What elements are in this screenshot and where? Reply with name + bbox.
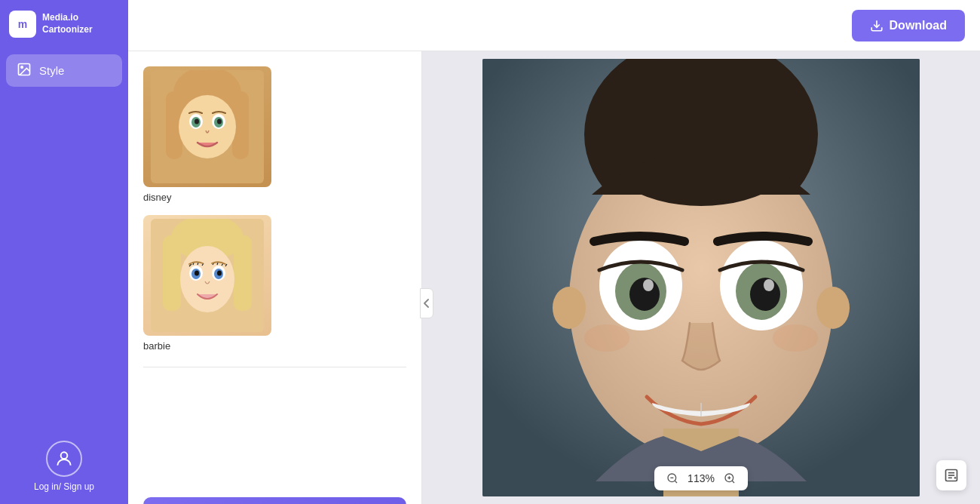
barbie-thumbnail[interactable] bbox=[143, 215, 271, 336]
zoom-in-icon bbox=[724, 472, 736, 484]
download-button[interactable]: Download bbox=[852, 10, 965, 41]
cartoon-face-preview bbox=[482, 59, 920, 496]
collapse-panel-button[interactable] bbox=[420, 288, 433, 318]
svg-point-42 bbox=[584, 324, 629, 352]
barbie-label: barbie bbox=[143, 340, 406, 352]
zoom-out-button[interactable] bbox=[665, 471, 680, 486]
sidebar-bottom: Log in/ Sign up bbox=[34, 426, 94, 504]
image-icon bbox=[17, 62, 32, 79]
disney-face-svg bbox=[151, 70, 264, 183]
zoom-level: 113% bbox=[686, 472, 716, 484]
top-bar: Download bbox=[128, 0, 980, 51]
logo-line1: Media.io bbox=[42, 12, 93, 24]
logo-abbr: m bbox=[18, 18, 27, 30]
download-label: Download bbox=[890, 19, 947, 32]
zoom-in-button[interactable] bbox=[722, 471, 737, 486]
zoom-controls: 113% bbox=[654, 466, 748, 490]
svg-point-13 bbox=[194, 119, 199, 124]
disney-label: disney bbox=[143, 192, 406, 203]
apply-button[interactable]: Apply bbox=[143, 497, 406, 504]
svg-point-1 bbox=[21, 66, 23, 69]
svg-point-40 bbox=[764, 279, 774, 291]
canvas-image bbox=[482, 59, 920, 496]
svg-line-45 bbox=[675, 481, 677, 483]
sidebar-item-style-label: Style bbox=[39, 64, 64, 77]
svg-point-24 bbox=[194, 271, 199, 276]
login-button[interactable]: Log in/ Sign up bbox=[34, 481, 94, 492]
divider bbox=[143, 367, 406, 367]
svg-point-8 bbox=[179, 95, 236, 158]
sidebar-nav: Style bbox=[0, 48, 128, 426]
content-area: disney bbox=[128, 51, 980, 504]
logo-line2: Cartoonizer bbox=[42, 24, 93, 36]
disney-thumbnail[interactable] bbox=[143, 66, 271, 187]
canvas-area: 113% bbox=[422, 51, 980, 504]
logo-area: m Media.io Cartoonizer bbox=[0, 0, 128, 48]
chevron-left-icon bbox=[424, 299, 430, 308]
barbie-face-svg bbox=[151, 219, 264, 332]
svg-rect-17 bbox=[163, 235, 181, 311]
download-icon bbox=[870, 19, 884, 32]
style-panel: disney bbox=[128, 51, 422, 504]
style-card-barbie[interactable]: barbie bbox=[143, 215, 406, 352]
svg-point-14 bbox=[217, 119, 222, 124]
svg-point-43 bbox=[773, 324, 818, 352]
panel-scroll: disney bbox=[128, 51, 421, 485]
logo-icon: m bbox=[9, 11, 36, 38]
svg-point-2 bbox=[61, 452, 68, 459]
svg-point-19 bbox=[180, 246, 234, 312]
sidebar: m Media.io Cartoonizer Style Log bbox=[0, 0, 128, 504]
sidebar-item-style[interactable]: Style bbox=[6, 54, 122, 87]
logo-text: Media.io Cartoonizer bbox=[42, 12, 93, 35]
svg-point-25 bbox=[217, 271, 222, 276]
svg-rect-18 bbox=[234, 235, 252, 311]
panel-footer: Apply bbox=[128, 485, 421, 504]
notes-icon bbox=[944, 468, 959, 483]
svg-point-39 bbox=[643, 279, 654, 291]
notes-button[interactable] bbox=[936, 460, 966, 490]
zoom-out-icon bbox=[666, 472, 678, 484]
avatar[interactable] bbox=[46, 441, 82, 477]
svg-point-30 bbox=[553, 287, 586, 329]
svg-point-31 bbox=[816, 287, 850, 329]
svg-line-48 bbox=[732, 481, 734, 483]
style-card-disney[interactable]: disney bbox=[143, 66, 406, 203]
